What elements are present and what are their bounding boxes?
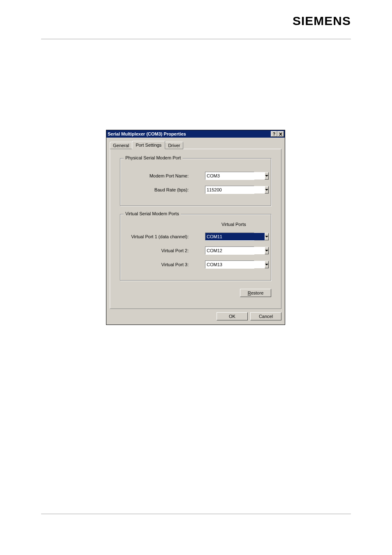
vport1-dropdown-button[interactable]	[265, 233, 269, 240]
cancel-button[interactable]: Cancel	[250, 312, 281, 320]
tab-general[interactable]: General	[110, 142, 132, 149]
tab-panel: Physical Serial Modem Port Modem Port Na…	[110, 149, 281, 309]
baud-input[interactable]	[205, 186, 265, 193]
modem-port-input[interactable]	[205, 172, 265, 180]
virtual-ports-header: Virtual Ports	[221, 222, 264, 227]
baud-row: Baud Rate (bps):	[127, 186, 264, 194]
vport2-row: Virtual Port 2:	[127, 246, 264, 255]
physical-port-group: Physical Serial Modem Port Modem Port Na…	[120, 158, 271, 206]
brand-logo: SIEMENS	[293, 14, 351, 28]
vport1-row: Virtual Port 1 (data channel):	[127, 233, 264, 241]
vport2-input[interactable]	[205, 247, 265, 254]
modem-port-row: Modem Port Name:	[127, 172, 264, 180]
close-icon	[279, 133, 282, 136]
baud-label: Baud Rate (bps):	[127, 187, 205, 192]
vport2-label: Virtual Port 2:	[127, 248, 205, 253]
properties-dialog: Serial Multiplexer (COM3) Properties ? G…	[106, 130, 285, 325]
ok-button[interactable]: OK	[217, 312, 248, 320]
modem-port-label: Modem Port Name:	[127, 173, 205, 178]
vport3-combo[interactable]	[205, 260, 254, 269]
vport3-row: Virtual Port 3:	[127, 260, 264, 269]
restore-row: Restore	[120, 289, 271, 297]
baud-combo[interactable]	[205, 186, 254, 194]
bottom-separator	[41, 514, 351, 514]
restore-button[interactable]: Restore	[240, 289, 271, 297]
tab-driver[interactable]: Driver	[165, 142, 183, 149]
chevron-down-icon	[265, 189, 268, 191]
virtual-ports-group: Virtual Serial Modem Ports Virtual Ports…	[120, 214, 271, 281]
virtual-legend: Virtual Serial Modem Ports	[124, 211, 181, 216]
vport1-input[interactable]	[205, 233, 265, 240]
modem-port-combo[interactable]	[205, 172, 254, 180]
vport3-dropdown-button[interactable]	[265, 261, 269, 268]
dialog-body: General Port Settings Driver Physical Se…	[106, 138, 285, 325]
titlebar-buttons: ?	[271, 131, 284, 137]
chevron-down-icon	[265, 264, 268, 265]
vport2-combo[interactable]	[205, 246, 254, 255]
bottom-buttons: OK Cancel	[110, 312, 281, 320]
close-button[interactable]	[277, 131, 284, 137]
vport2-dropdown-button[interactable]	[265, 247, 269, 254]
tab-port-settings[interactable]: Port Settings	[132, 141, 165, 149]
vport1-label: Virtual Port 1 (data channel):	[127, 234, 205, 239]
baud-dropdown-button[interactable]	[265, 186, 269, 193]
physical-legend: Physical Serial Modem Port	[124, 155, 182, 160]
chevron-down-icon	[265, 175, 268, 177]
chevron-down-icon	[265, 250, 268, 251]
dialog-title: Serial Multiplexer (COM3) Properties	[108, 131, 186, 136]
chevron-down-icon	[265, 236, 268, 237]
modem-port-dropdown-button[interactable]	[265, 172, 269, 180]
restore-button-suffix: estore	[251, 290, 264, 295]
vport3-input[interactable]	[205, 261, 265, 268]
top-separator	[41, 39, 351, 39]
tab-strip: General Port Settings Driver	[110, 141, 281, 149]
vport1-combo[interactable]	[205, 233, 254, 241]
help-button[interactable]: ?	[271, 131, 277, 137]
vport3-label: Virtual Port 3:	[127, 262, 205, 267]
titlebar: Serial Multiplexer (COM3) Properties ?	[106, 130, 285, 138]
